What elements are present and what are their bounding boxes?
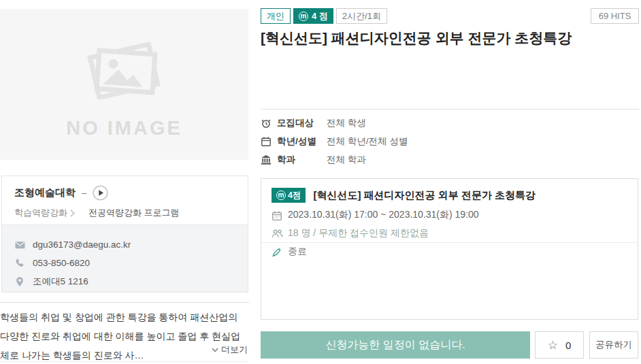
play-button[interactable]: [93, 185, 108, 201]
schedule-status-row: 종료: [272, 246, 627, 258]
info-label: 학과: [277, 154, 327, 166]
hits-badge: 69 HITS: [591, 8, 639, 24]
share-button[interactable]: 공유하기: [589, 331, 638, 359]
mileage-points: 4 점: [312, 10, 328, 22]
info-row-target: 모집대상 전체 학생: [261, 114, 639, 132]
favorite-count: 0: [565, 340, 571, 351]
star-icon: ☆: [548, 338, 558, 352]
favorite-button[interactable]: ☆ 0: [535, 331, 584, 359]
schedule-period-row: 2023.10.31(화) 17:00 ~ 2023.10.31(화) 19:0…: [272, 209, 627, 221]
contact-phone-row: 053-850-6820: [14, 254, 235, 272]
map-pin-icon: [14, 276, 26, 287]
schedule-header: m 4점 [혁신선도] 패션디자인전공 외부 전문가 초청특강: [272, 188, 627, 203]
program-info-list: 모집대상 전체 학생 학년/성별 전체 학년/전체 성별 학과 전체 학과: [261, 114, 639, 169]
breadcrumb: 학습역량강화 전공역량강화 프로그램: [14, 207, 235, 219]
people-icon: [272, 229, 283, 239]
program-description: 학생들의 취업 및 창업에 관한 특강을 통하여 패션산업의 다양한 진로와 취…: [0, 302, 249, 362]
organization-name: 조형예술대학: [14, 186, 76, 199]
calendar-icon: [272, 210, 283, 220]
apply-unavailable-button[interactable]: 신청가능한 일정이 없습니다.: [261, 331, 530, 359]
schedule-mileage-points: 4점: [288, 190, 301, 201]
divider: [261, 109, 639, 110]
contact-location-row: 조예대5 1216: [14, 272, 235, 291]
info-row-grade-gender: 학년/성별 전체 학년/전체 성별: [261, 132, 639, 150]
breadcrumb-parent[interactable]: 학습역량강화: [14, 207, 67, 219]
contact-email-row: dgu36173@daegu.ac.kr: [14, 235, 235, 254]
info-value: 전체 학년/전체 성별: [327, 135, 408, 148]
badge-personal: 개인: [261, 8, 291, 24]
chevron-right-icon: [70, 210, 75, 217]
schedule-capacity-row: 18 명 / 무제한 접수인원 제한없음: [272, 227, 627, 239]
breadcrumb-child[interactable]: 전공역량강화 프로그램: [88, 207, 180, 219]
schedule-title: [혁신선도] 패션디자인전공 외부 전문가 초청특강: [313, 189, 536, 202]
schedule-status: 종료: [288, 246, 307, 258]
contact-location: 조예대5 1216: [33, 276, 88, 288]
organization-contacts: dgu36173@daegu.ac.kr 053-850-6820 조예대5 1…: [2, 225, 248, 292]
mileage-m-icon: m: [276, 191, 286, 200]
chevron-down-icon: [212, 348, 218, 352]
schedule-capacity: 18 명 / 무제한 접수인원 제한없음: [288, 227, 429, 239]
contact-phone: 053-850-6820: [33, 258, 90, 268]
more-label: 더보기: [221, 344, 248, 356]
program-detail-page: NO IMAGE 조형예술대학 – 학습역량강화 전공역량강화 프로그램: [0, 0, 641, 364]
schedule-mileage-badge: m 4점: [272, 188, 306, 203]
badge-row: 개인 m 4 점 2시간/1회: [261, 8, 390, 24]
info-value: 전체 학생: [327, 117, 366, 129]
organization-card: 조형예술대학 – 학습역량강화 전공역량강화 프로그램: [1, 176, 248, 293]
alarm-icon: [261, 118, 272, 129]
badge-duration: 2시간/1회: [336, 8, 387, 24]
divider: [261, 242, 638, 243]
organization-dash: –: [82, 188, 86, 198]
pen-icon: [272, 247, 283, 257]
info-label: 학년/성별: [277, 135, 327, 148]
mail-icon: [14, 239, 26, 250]
program-title: [혁신선도] 패션디자인전공 외부 전문가 초청특강: [261, 29, 639, 48]
calendar-icon: [261, 136, 272, 147]
contact-email: dgu36173@daegu.ac.kr: [33, 239, 131, 250]
info-value: 전체 학과: [327, 154, 366, 166]
play-icon: [93, 185, 108, 201]
phone-icon: [14, 258, 26, 269]
no-image-label: NO IMAGE: [66, 117, 182, 139]
info-label: 모집대상: [277, 117, 327, 129]
photo-icon: [83, 42, 166, 99]
bank-icon: [261, 154, 272, 165]
more-button[interactable]: 더보기: [212, 344, 248, 356]
schedule-period: 2023.10.31(화) 17:00 ~ 2023.10.31(화) 19:0…: [288, 209, 479, 221]
info-row-department: 학과 전체 학과: [261, 150, 639, 169]
organization-header: 조형예술대학 – 학습역량강화 전공역량강화 프로그램: [2, 176, 248, 225]
mileage-m-icon: m: [299, 12, 308, 21]
program-image-placeholder: NO IMAGE: [0, 9, 248, 160]
badge-mileage: m 4 점: [293, 8, 333, 24]
schedule-card: m 4점 [혁신선도] 패션디자인전공 외부 전문가 초청특강 2023.10.…: [261, 178, 638, 320]
